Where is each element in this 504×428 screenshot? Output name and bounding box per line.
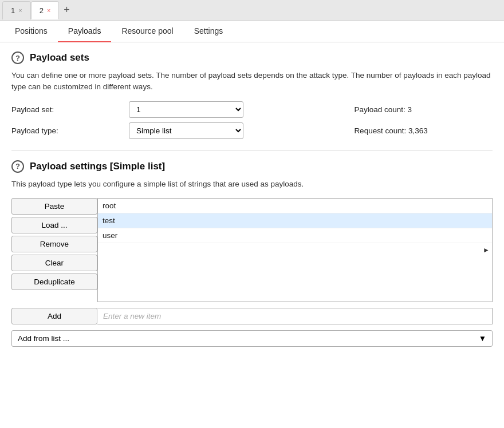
payload-count-info: Payload count: 3 [342, 105, 493, 114]
payload-sets-title: Payload sets [30, 52, 89, 64]
chevron-down-icon: ▼ [479, 334, 486, 343]
payload-sets-form: Payload set: 1 2 3 Payload count: 3 Payl… [11, 101, 493, 139]
payload-set-select[interactable]: 1 2 3 [129, 101, 243, 118]
scroll-arrow-icon: ► [483, 246, 490, 254]
payload-action-buttons: Paste Load ... Remove Clear Deduplicate [11, 198, 97, 302]
payload-sets-section: ? Payload sets You can define one or mor… [11, 51, 493, 139]
payload-type-select[interactable]: Simple list Runtime file Custom iterator [129, 122, 243, 139]
list-item[interactable]: root [98, 199, 492, 213]
section-divider [11, 150, 493, 151]
add-item-input[interactable] [97, 308, 493, 324]
browser-tabs-bar: 1 × 2 × + [0, 0, 504, 21]
payload-settings-area: Paste Load ... Remove Clear Deduplicate … [11, 198, 493, 347]
browser-tab-2[interactable]: 2 × [31, 1, 60, 19]
tab-positions[interactable]: Positions [5, 21, 58, 42]
list-item[interactable]: test [98, 213, 492, 228]
add-from-list-label: Add from list ... [18, 334, 69, 343]
tab-resource-pool[interactable]: Resource pool [111, 21, 183, 42]
browser-tab-1[interactable]: 1 × [2, 1, 31, 19]
new-tab-button[interactable]: + [59, 4, 74, 16]
add-item-row: Add [11, 308, 493, 324]
payload-sets-header: ? Payload sets [11, 51, 493, 64]
payload-set-label: Payload set: [11, 105, 123, 114]
payload-settings-description: This payload type lets you configure a s… [11, 179, 493, 190]
load-button[interactable]: Load ... [11, 217, 97, 233]
payload-list-container: root test user ► [97, 198, 493, 302]
nav-tabs-bar: Positions Payloads Resource pool Setting… [0, 21, 504, 42]
payload-type-label: Payload type: [11, 126, 123, 135]
browser-tab-1-close[interactable]: × [18, 7, 22, 14]
remove-button[interactable]: Remove [11, 236, 97, 252]
deduplicate-button[interactable]: Deduplicate [11, 274, 97, 290]
payload-sets-description: You can define one or more payload sets.… [11, 70, 493, 93]
tab-payloads[interactable]: Payloads [58, 21, 112, 42]
payload-settings-header: ? Payload settings [Simple list] [11, 160, 493, 173]
main-content: ? Payload sets You can define one or mor… [0, 42, 504, 367]
tab-settings[interactable]: Settings [184, 21, 234, 42]
browser-tab-2-label: 2 [40, 6, 44, 15]
add-from-list-button[interactable]: Add from list ... ▼ [11, 330, 493, 347]
browser-tab-1-label: 1 [11, 6, 15, 15]
payload-settings-section: ? Payload settings [Simple list] This pa… [11, 160, 493, 347]
payload-sets-help-icon[interactable]: ? [11, 51, 24, 64]
payload-list[interactable]: root test user [98, 199, 492, 302]
clear-button[interactable]: Clear [11, 255, 97, 271]
payload-settings-help-icon[interactable]: ? [11, 160, 24, 173]
browser-tab-2-close[interactable]: × [47, 7, 50, 14]
request-count-info: Request count: 3,363 [342, 126, 493, 135]
list-item[interactable]: user [98, 228, 492, 243]
payload-list-area: Paste Load ... Remove Clear Deduplicate … [11, 198, 493, 302]
payload-settings-title: Payload settings [Simple list] [30, 161, 165, 172]
paste-button[interactable]: Paste [11, 198, 97, 215]
add-button[interactable]: Add [11, 308, 97, 324]
